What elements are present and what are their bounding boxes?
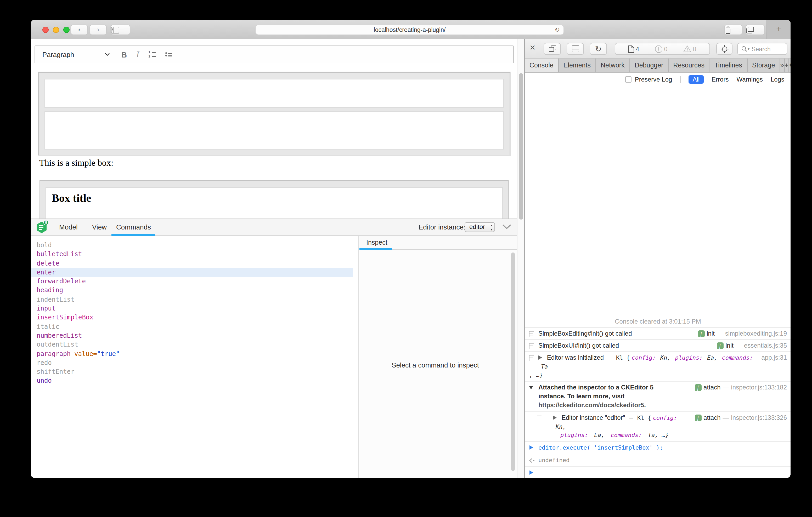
reload-page-button[interactable]: ↻ <box>590 43 607 55</box>
log-text: instance. To learn more, visit <box>539 392 787 401</box>
paragraph-dropdown[interactable]: Paragraph <box>42 51 74 58</box>
tab-debugger[interactable]: Debugger <box>630 59 669 72</box>
simple-box-widget[interactable]: Box title <box>40 180 509 222</box>
source-location-link[interactable]: inspector.js:133:326 <box>731 414 787 422</box>
sidebar-icon <box>111 27 130 33</box>
address-bar[interactable]: localhost/creating-a-plugin/ ↻ <box>255 25 564 35</box>
close-window-button[interactable] <box>42 27 49 33</box>
close-devtools-icon[interactable]: ✕ <box>529 43 535 52</box>
minimize-window-button[interactable] <box>53 27 59 33</box>
bold-button[interactable]: B <box>121 50 127 59</box>
resource-summary-button[interactable]: 4 0 <box>615 43 710 55</box>
collapse-inspector-button[interactable] <box>502 224 511 230</box>
simple-box-title-field[interactable]: Box title <box>46 187 503 222</box>
window-content: Paragraph B I 1 2 <box>31 39 790 478</box>
source-location-link[interactable]: inspector.js:133:182 <box>731 383 787 392</box>
devtools-toolbar: ✕ ↻ <box>525 39 790 59</box>
share-button[interactable] <box>724 25 743 35</box>
simple-box-title-field[interactable] <box>45 79 504 108</box>
page-scrollbar[interactable] <box>517 39 524 478</box>
command-item[interactable]: bulletedList <box>31 250 358 259</box>
command-item-selected[interactable]: enter <box>31 268 353 277</box>
tab-view[interactable]: View <box>92 219 107 236</box>
bulleted-list-icon <box>165 52 167 54</box>
command-item[interactable]: insertSimpleBox <box>31 313 358 323</box>
search-field[interactable]: ▾ Search <box>737 43 787 55</box>
disclosure-triangle-icon[interactable] <box>539 356 542 360</box>
more-tabs-button[interactable]: » <box>780 59 785 72</box>
bulleted-list-button[interactable] <box>165 52 172 57</box>
executed-command-text: editor.execute( 'insertSimpleBox' ); <box>539 444 663 451</box>
command-item[interactable]: forwardDelete <box>31 277 358 286</box>
back-button[interactable]: ‹ <box>70 25 88 35</box>
prompt-chevron-icon <box>529 470 533 475</box>
function-badge-icon: f <box>717 342 723 349</box>
settings-gear-icon[interactable]: ⚙ <box>789 59 790 72</box>
command-item[interactable]: undo <box>31 377 358 386</box>
element-picker-button[interactable] <box>716 43 732 55</box>
tab-resources[interactable]: Resources <box>668 59 710 72</box>
safari-window: ‹ › localhost/creating-a-plugin/ ↻ <box>31 20 790 478</box>
reload-icon[interactable]: ↻ <box>555 25 560 34</box>
scrollbar-thumb[interactable] <box>511 252 515 471</box>
preserve-log-label[interactable]: Preserve Log <box>635 75 672 83</box>
tab-model[interactable]: Model <box>59 219 78 236</box>
tab-network[interactable]: Network <box>596 59 630 72</box>
filter-errors[interactable]: Errors <box>712 75 729 83</box>
command-item[interactable]: input <box>31 304 358 313</box>
disclosure-triangle-open-icon[interactable] <box>529 386 533 390</box>
console-cleared-message: Console cleared at 3:01:15 PM <box>525 316 790 327</box>
tab-storage[interactable]: Storage <box>747 59 780 72</box>
italic-button[interactable]: I <box>136 50 139 59</box>
command-item[interactable]: heading <box>31 286 358 295</box>
tab-overview-button[interactable] <box>746 25 765 35</box>
tab-timelines[interactable]: Timelines <box>710 59 747 72</box>
source-location-link[interactable]: simpleboxediting.js:19 <box>725 329 787 338</box>
command-item[interactable]: paragraphvalue="true" <box>31 349 358 359</box>
inspector-body: bold bulletedList delete enter forwardDe… <box>31 236 517 478</box>
editor-instance-select[interactable]: editor ▴▾ <box>465 222 495 232</box>
forward-button[interactable]: › <box>89 25 107 35</box>
numbered-list-button[interactable]: 1 2 <box>149 51 156 58</box>
preserve-log-checkbox[interactable] <box>626 76 632 82</box>
ckeditor-docs-link[interactable]: https://ckeditor.com/docs/ckeditor5 <box>539 401 644 409</box>
dock-bottom-button[interactable] <box>567 43 584 55</box>
detach-devtools-button[interactable] <box>544 43 561 55</box>
chevron-down-icon[interactable] <box>105 53 110 56</box>
disclosure-triangle-icon[interactable] <box>553 416 557 420</box>
command-item[interactable]: shiftEnter <box>31 367 358 377</box>
source-location-link[interactable]: essentials.js:35 <box>744 341 787 350</box>
simple-box-description-field[interactable] <box>45 111 504 150</box>
console-message: app.js:31 Editor was initialized – Kl { … <box>525 351 790 381</box>
command-item[interactable]: numberedList <box>31 331 358 341</box>
filter-warnings[interactable]: Warnings <box>736 75 763 83</box>
error-octagon-icon <box>655 45 663 53</box>
command-item[interactable]: italic <box>31 322 358 331</box>
command-item[interactable]: bold <box>31 241 358 250</box>
ckeditor-inspector: 5 Model View Commands Editor instance: e… <box>31 218 517 478</box>
zoom-window-button[interactable] <box>63 27 69 33</box>
tab-inspect[interactable]: Inspect <box>366 236 387 250</box>
new-tab-button[interactable]: + <box>766 20 790 39</box>
log-text: Editor was initialized <box>547 354 604 361</box>
tab-elements[interactable]: Elements <box>559 59 596 72</box>
filter-all[interactable]: All <box>688 75 704 83</box>
log-text: https://ckeditor.com/docs/ckeditor5. <box>539 401 787 410</box>
command-item[interactable]: indentList <box>31 295 358 304</box>
console-prompt[interactable] <box>525 466 790 478</box>
filter-logs[interactable]: Logs <box>771 75 784 83</box>
command-item[interactable]: delete <box>31 259 358 268</box>
tab-commands[interactable]: Commands <box>116 219 151 236</box>
web-inspector-panel: ✕ ↻ <box>524 39 790 478</box>
warning-triangle-icon <box>684 45 691 52</box>
add-tab-button[interactable]: + <box>785 59 789 72</box>
command-item[interactable]: outdentList <box>31 341 358 350</box>
command-item[interactable]: redo <box>31 359 358 368</box>
log-text: SimpleBoxEditing#init() got called <box>539 330 632 337</box>
simple-box-widget-empty[interactable] <box>38 72 510 155</box>
source-location-link[interactable]: app.js:31 <box>761 354 787 362</box>
sidebar-button[interactable] <box>110 25 130 35</box>
inspect-pane-scrollbar[interactable] <box>511 252 515 474</box>
scrollbar-thumb[interactable] <box>519 73 523 219</box>
tab-console[interactable]: Console <box>525 59 559 72</box>
